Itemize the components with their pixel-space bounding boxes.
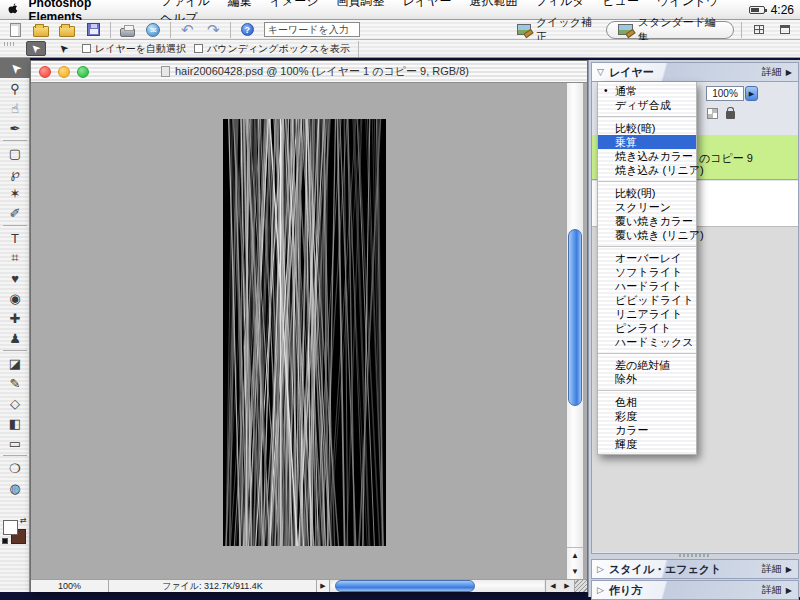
close-window-button[interactable] <box>39 66 51 78</box>
menu-title-5[interactable]: 選択範囲 <box>469 0 517 8</box>
apple-menu[interactable] <box>0 2 25 17</box>
brush-tool[interactable]: ✎ <box>0 373 30 393</box>
blend-mode-item-24[interactable]: 色相 <box>598 395 696 409</box>
blend-mode-item-9[interactable]: スクリーン <box>598 200 696 214</box>
marquee-tool[interactable]: ▢ <box>0 143 30 163</box>
zoom-tool[interactable]: ⚲ <box>0 78 30 98</box>
blend-mode-item-8[interactable]: 比較(明) <box>598 186 696 200</box>
tile-windows-button[interactable] <box>749 21 768 38</box>
status-options-button[interactable]: ▶ <box>317 580 330 592</box>
type-tool[interactable]: T <box>0 228 30 248</box>
show-bounding-box-option[interactable]: バウンディングボックスを表示 <box>194 42 350 56</box>
menu-title-3[interactable]: 画質調整 <box>337 0 385 8</box>
disclosure-triangle-icon[interactable]: ▷ <box>597 585 604 595</box>
blend-mode-item-1[interactable]: ディザ合成 <box>598 98 696 112</box>
healing-brush-tool[interactable]: ✚ <box>0 308 30 328</box>
menu-title-1[interactable]: 編集 <box>228 0 252 8</box>
paint-bucket-tool[interactable]: ◇ <box>0 393 30 413</box>
blend-mode-item-22[interactable]: 除外 <box>598 372 696 386</box>
layers-palette-header[interactable]: ▽ レイヤー 詳細 ▶ <box>591 62 799 82</box>
blend-mode-item-6[interactable]: 焼き込み (リニア) <box>598 163 696 177</box>
blend-mode-item-3[interactable]: 比較(暗) <box>598 121 696 135</box>
eyedropper-tool[interactable]: ✒ <box>0 118 30 138</box>
eraser-tool[interactable]: ◪ <box>0 353 30 373</box>
cookie-cutter-tool[interactable]: ♥ <box>0 268 30 288</box>
palette-drag-dots[interactable] <box>679 554 709 557</box>
menu-title-0[interactable]: ファイル <box>161 0 210 8</box>
minimize-window-button[interactable] <box>58 66 70 78</box>
zoom-level-field[interactable]: 100% <box>31 580 109 592</box>
menu-title-7[interactable]: ビュー <box>603 0 640 8</box>
move-tool-option[interactable]: ➤ <box>54 41 74 56</box>
undo-button[interactable]: ↶ <box>178 21 197 38</box>
menu-title-2[interactable]: イメージ <box>270 0 319 8</box>
blend-mode-item-25[interactable]: 彩度 <box>598 409 696 423</box>
selection-brush-tool[interactable]: ✐ <box>0 203 30 223</box>
cascade-windows-button[interactable] <box>775 21 794 38</box>
blend-mode-item-18[interactable]: ピンライト <box>598 321 696 335</box>
save-button[interactable] <box>84 21 103 38</box>
keyword-search-input[interactable] <box>264 22 360 37</box>
menu-title-8[interactable]: ウインドウ <box>657 0 718 8</box>
share-button[interactable]: ✉ <box>144 21 163 38</box>
opacity-slider-button[interactable]: ▶ <box>745 86 758 101</box>
blend-mode-item-0[interactable]: •通常 <box>598 84 696 98</box>
scroll-right-button[interactable]: ▶ <box>560 582 574 590</box>
opacity-value-field[interactable]: 100% <box>706 86 744 101</box>
styles-effects-palette-header[interactable]: ▷ スタイル・エフェクト 詳細 ▶ <box>591 559 799 579</box>
red-eye-removal-tool[interactable]: ◉ <box>0 288 30 308</box>
browse-button[interactable] <box>58 21 77 38</box>
menu-title-4[interactable]: レイヤー <box>403 0 452 8</box>
scroll-down-button[interactable]: ▼ <box>567 564 583 580</box>
battery-icon[interactable] <box>749 6 765 14</box>
drag-handle[interactable] <box>4 42 16 46</box>
vertical-scrollbar[interactable]: ▲ ▼ <box>566 83 583 579</box>
scroll-left-button[interactable]: ◀ <box>546 582 560 590</box>
crop-tool[interactable]: ⌗ <box>0 248 30 268</box>
foreground-color-swatch[interactable] <box>3 520 18 535</box>
swap-colors-icon[interactable]: ⇄ <box>20 516 27 525</box>
default-colors-icon[interactable] <box>2 538 8 544</box>
vertical-scrollbar-thumb[interactable] <box>568 229 582 406</box>
blend-mode-item-10[interactable]: 覆い焼きカラー <box>598 214 696 228</box>
clone-stamp-tool[interactable]: ♟ <box>0 328 30 348</box>
layers-more-button[interactable]: 詳細 <box>762 65 782 79</box>
blend-mode-item-19[interactable]: ハードミックス <box>598 335 696 349</box>
blend-mode-item-11[interactable]: 覆い焼き (リニア) <box>598 228 696 242</box>
print-button[interactable] <box>118 21 137 38</box>
open-button[interactable] <box>32 21 51 38</box>
magic-wand-tool[interactable]: ✶ <box>0 183 30 203</box>
horizontal-scrollbar-thumb[interactable] <box>335 580 475 592</box>
horizontal-scrollbar[interactable] <box>331 580 544 592</box>
blend-mode-item-17[interactable]: リニアライト <box>598 307 696 321</box>
redo-button[interactable]: ↷ <box>204 21 223 38</box>
how-to-palette-header[interactable]: ▷ 作り方 詳細 ▶ <box>591 580 799 600</box>
menu-title-6[interactable]: フィルタ <box>535 0 584 8</box>
menu-bar-clock[interactable]: 4:26 <box>771 3 794 17</box>
help-button[interactable]: ? <box>238 21 257 38</box>
blend-mode-item-16[interactable]: ビビッドライト <box>598 293 696 307</box>
disclosure-triangle-icon[interactable]: ▽ <box>597 67 604 77</box>
scroll-up-button[interactable]: ▲ <box>567 548 583 564</box>
hand-tool[interactable]: ☝ <box>0 98 30 118</box>
shape-tool[interactable]: ▭ <box>0 433 30 453</box>
blend-mode-item-13[interactable]: オーバーレイ <box>598 251 696 265</box>
blend-mode-item-15[interactable]: ハードライト <box>598 279 696 293</box>
lock-all-icon[interactable] <box>726 111 735 119</box>
bounding-box-checkbox[interactable] <box>194 44 203 53</box>
window-resize-grip[interactable] <box>574 580 587 592</box>
move-tool[interactable]: ➤ <box>0 58 30 78</box>
blur-tool[interactable]: ❍ <box>0 458 30 478</box>
auto-select-checkbox[interactable] <box>82 44 91 53</box>
disclosure-triangle-icon[interactable]: ▷ <box>597 564 604 574</box>
lasso-tool[interactable]: ℘ <box>0 163 30 183</box>
lock-transparency-icon[interactable] <box>707 108 718 119</box>
howto-more-button[interactable]: 詳細 <box>762 583 782 597</box>
gradient-tool[interactable]: ◧ <box>0 413 30 433</box>
styles-more-button[interactable]: 詳細 <box>762 562 782 576</box>
document-title-bar[interactable]: hair20060428.psd @ 100% (レイヤー 1 のコピー 9, … <box>31 61 587 83</box>
zoom-window-button[interactable] <box>77 66 89 78</box>
move-tool-option-pressed[interactable]: ➤ <box>26 41 46 56</box>
auto-select-layer-option[interactable]: レイヤーを自動選択 <box>82 42 186 56</box>
sponge-tool[interactable]: ◍ <box>0 478 30 498</box>
